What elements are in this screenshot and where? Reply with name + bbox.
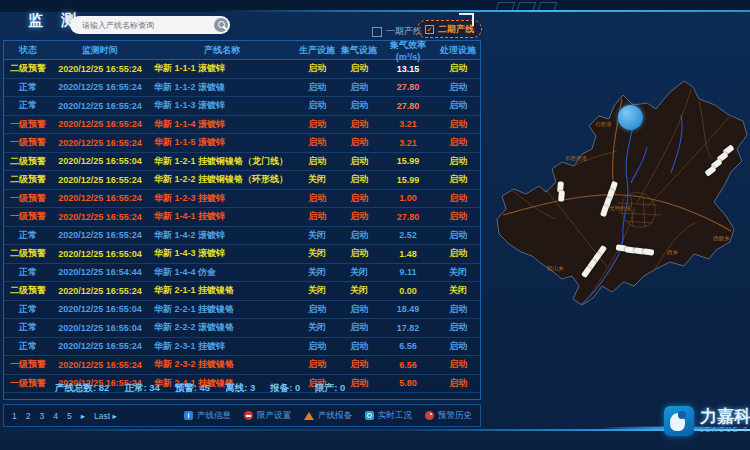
map-place-label: 石岩街道 bbox=[565, 155, 587, 162]
map-place-label: 光明街道 bbox=[609, 205, 631, 212]
page-button[interactable]: 3 bbox=[39, 411, 44, 421]
cell-name: 华新 1-4-1 挂镀锌 bbox=[148, 210, 296, 223]
legend-info-button[interactable]: i产线信息 bbox=[184, 410, 231, 422]
cell-treat: 启动 bbox=[436, 303, 480, 316]
table-row[interactable]: 正常2020/12/25 16:54:44华新 1-4-4 仿金关闭关闭9.11… bbox=[4, 264, 480, 283]
cell-time: 2020/12/25 16:55:24 bbox=[52, 138, 148, 148]
cell-prod: 关闭 bbox=[296, 284, 338, 297]
table-row[interactable]: 一级预警2020/12/25 16:55:24华新 1-1-4 滚镀锌启动启动3… bbox=[4, 116, 480, 135]
table-row[interactable]: 二级预警2020/12/25 16:55:24华新 1-1-1 滚镀锌启动启动1… bbox=[4, 60, 480, 79]
cell-time: 2020/12/25 16:55:24 bbox=[52, 64, 148, 74]
cell-status: 一级预警 bbox=[4, 192, 52, 205]
table-row[interactable]: 正常2020/12/25 16:55:04华新 2-2-1 挂镀镍铬启动启动18… bbox=[4, 301, 480, 320]
cell-time: 2020/12/25 16:55:04 bbox=[52, 249, 148, 259]
cell-prod: 启动 bbox=[296, 155, 338, 168]
cell-status: 二级预警 bbox=[4, 155, 52, 168]
cell-eff: 3.21 bbox=[380, 138, 436, 148]
table-row[interactable]: 正常2020/12/25 16:55:24华新 1-1-3 滚镀锌启动启动27.… bbox=[4, 97, 480, 116]
map-cluster-marker[interactable] bbox=[618, 105, 643, 130]
cell-status: 二级预警 bbox=[4, 247, 52, 260]
cell-eff: 27.80 bbox=[380, 101, 436, 111]
table-row[interactable]: 一级预警2020/12/25 16:55:24华新 1-1-5 滚镀锌启动启动3… bbox=[4, 134, 480, 153]
checkbox-icon[interactable] bbox=[372, 27, 382, 37]
legend-label: 预警历史 bbox=[438, 410, 472, 422]
cell-gas: 启动 bbox=[338, 155, 380, 168]
cell-gas: 启动 bbox=[338, 99, 380, 112]
legend-rt-button[interactable]: 实时工况 bbox=[365, 410, 412, 422]
cell-prod: 启动 bbox=[296, 303, 338, 316]
cell-treat: 启动 bbox=[436, 192, 480, 205]
table-row[interactable]: 正常2020/12/25 16:55:04华新 2-2-2 滚镀镍铬关闭启动17… bbox=[4, 319, 480, 338]
top-decoration bbox=[497, 2, 556, 10]
table-body: 二级预警2020/12/25 16:55:24华新 1-1-1 滚镀锌启动启动1… bbox=[4, 60, 480, 393]
cell-treat: 启动 bbox=[436, 210, 480, 223]
cell-time: 2020/12/25 16:55:24 bbox=[52, 360, 148, 370]
cell-prod: 启动 bbox=[296, 340, 338, 353]
cell-status: 正常 bbox=[4, 99, 52, 112]
search-input[interactable] bbox=[80, 17, 212, 34]
cell-time: 2020/12/25 16:55:24 bbox=[52, 119, 148, 129]
next-page-button[interactable]: ▸ bbox=[81, 411, 85, 421]
cell-treat: 启动 bbox=[436, 229, 480, 242]
table-row[interactable]: 正常2020/12/25 16:55:24华新 1-4-2 滚镀锌关闭启动2.5… bbox=[4, 227, 480, 246]
cell-time: 2020/12/25 16:54:44 bbox=[52, 267, 148, 277]
summary-item: 正常: 34 bbox=[124, 382, 159, 395]
table-row[interactable]: 二级预警2020/12/25 16:55:04华新 1-2-1 挂镀铜镍铬（龙门… bbox=[4, 153, 480, 172]
cell-status: 二级预警 bbox=[4, 284, 52, 297]
cell-gas: 启动 bbox=[338, 136, 380, 149]
cell-prod: 启动 bbox=[296, 118, 338, 131]
legend-tri-button[interactable]: 产线报备 bbox=[304, 410, 352, 422]
cell-gas: 启动 bbox=[338, 62, 380, 75]
cell-name: 华新 2-2-2 滚镀镍铬 bbox=[148, 321, 296, 334]
last-page-button[interactable]: Last ▸ bbox=[94, 411, 117, 421]
district-map[interactable]: 石岩湖石岩街道光明街道西丽乡西乡阳山乡 bbox=[485, 55, 750, 400]
phase1-checkbox[interactable]: 一期产线 bbox=[372, 25, 422, 38]
cell-eff: 1.48 bbox=[380, 249, 436, 259]
legend-ban-button[interactable]: 限产设置 bbox=[244, 410, 291, 422]
cell-time: 2020/12/25 16:55:24 bbox=[52, 212, 148, 222]
cell-prod: 关闭 bbox=[296, 229, 338, 242]
cell-eff: 27.80 bbox=[380, 212, 436, 222]
limit-icon bbox=[244, 411, 253, 420]
table-row[interactable]: 二级预警2020/12/25 16:55:24华新 1-2-2 挂镀铜镍铬（环形… bbox=[4, 171, 480, 190]
cell-status: 一级预警 bbox=[4, 210, 52, 223]
search-icon[interactable] bbox=[214, 18, 228, 32]
cell-prod: 关闭 bbox=[296, 321, 338, 334]
cell-time: 2020/12/25 16:55:24 bbox=[52, 82, 148, 92]
table-row[interactable]: 正常2020/12/25 16:55:24华新 1-1-2 滚镀镍启动启动27.… bbox=[4, 79, 480, 98]
table-row[interactable]: 一级预警2020/12/25 16:55:24华新 1-2-3 挂镀锌启动启动1… bbox=[4, 190, 480, 209]
column-header: 处理设施 bbox=[436, 44, 480, 57]
cell-gas: 启动 bbox=[338, 81, 380, 94]
legend-label: 限产设置 bbox=[257, 410, 291, 422]
table-row[interactable]: 二级预警2020/12/25 16:55:04华新 1-4-3 滚镀锌关闭启动1… bbox=[4, 245, 480, 264]
cell-name: 华新 2-3-1 挂镀锌 bbox=[148, 340, 296, 353]
table-row[interactable]: 一级预警2020/12/25 16:55:24华新 2-3-2 挂镀镍铬启动启动… bbox=[4, 356, 480, 375]
page-button[interactable]: 5 bbox=[67, 411, 72, 421]
cell-name: 华新 1-1-3 滚镀锌 bbox=[148, 99, 296, 112]
cell-prod: 启动 bbox=[296, 210, 338, 223]
cell-status: 一级预警 bbox=[4, 358, 52, 371]
column-header: 产线名称 bbox=[148, 44, 296, 57]
table-row[interactable]: 一级预警2020/12/25 16:55:24华新 1-4-1 挂镀锌启动启动2… bbox=[4, 208, 480, 227]
cell-time: 2020/12/25 16:55:24 bbox=[52, 341, 148, 351]
cell-eff: 2.52 bbox=[380, 230, 436, 240]
page-button[interactable]: 1 bbox=[12, 411, 17, 421]
table-row[interactable]: 正常2020/12/25 16:55:24华新 2-3-1 挂镀锌启动启动6.5… bbox=[4, 338, 480, 357]
cell-treat: 关闭 bbox=[436, 284, 480, 297]
device-marker[interactable] bbox=[558, 190, 565, 201]
search-box[interactable] bbox=[70, 16, 230, 34]
cell-name: 华新 1-4-2 滚镀锌 bbox=[148, 229, 296, 242]
cell-treat: 启动 bbox=[436, 173, 480, 186]
cell-gas: 启动 bbox=[338, 303, 380, 316]
map-place-label: 阳山乡 bbox=[547, 265, 564, 272]
brand-subtitle: LEAGUE TECH bbox=[700, 427, 750, 434]
cell-name: 华新 1-2-3 挂镀锌 bbox=[148, 192, 296, 205]
page-button[interactable]: 4 bbox=[53, 411, 58, 421]
table-row[interactable]: 二级预警2020/12/25 16:55:24华新 2-1-1 挂镀镍铬关闭关闭… bbox=[4, 282, 480, 301]
cell-status: 一级预警 bbox=[4, 136, 52, 149]
legend-alarm-button[interactable]: 预警历史 bbox=[425, 410, 472, 422]
page-button[interactable]: 2 bbox=[26, 411, 31, 421]
cell-name: 华新 2-2-1 挂镀镍铬 bbox=[148, 303, 296, 316]
column-header: 生产设施 bbox=[296, 44, 338, 57]
cell-gas: 启动 bbox=[338, 192, 380, 205]
